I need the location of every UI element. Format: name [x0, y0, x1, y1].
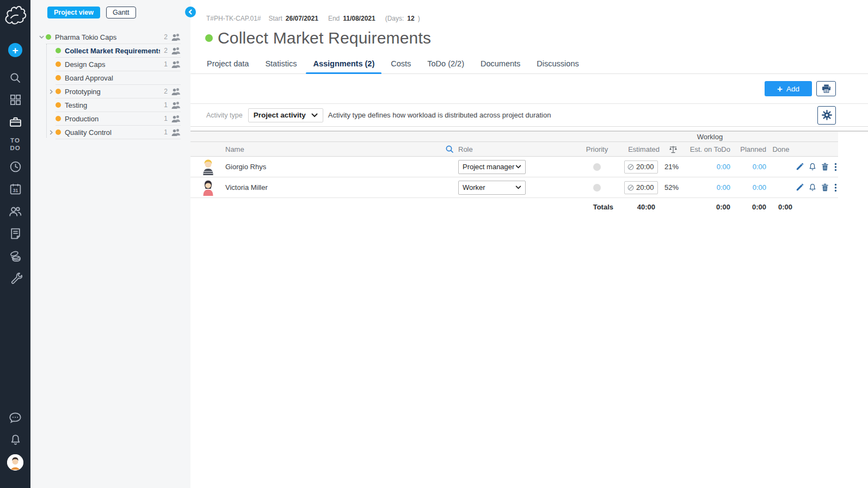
- activity-type-value: Project activity: [254, 111, 306, 119]
- people-count-icon: [171, 128, 181, 136]
- todo-nav-item[interactable]: TO DO: [0, 133, 30, 156]
- tab-statistics[interactable]: Statistics: [257, 54, 305, 73]
- task-status-dot: [205, 34, 213, 42]
- notification-bell-icon[interactable]: [809, 163, 816, 171]
- tab-todo[interactable]: ToDo (2/2): [419, 54, 472, 73]
- column-done: Done: [766, 145, 796, 153]
- tree-item-testing[interactable]: Testing 1: [30, 98, 190, 112]
- plus-icon: +: [777, 84, 783, 94]
- delete-trash-icon[interactable]: [821, 183, 829, 192]
- tab-documents[interactable]: Documents: [472, 54, 528, 73]
- chevron-down-icon: [311, 113, 318, 118]
- column-priority: Priority: [570, 145, 624, 153]
- priority-indicator[interactable]: [593, 163, 601, 171]
- collapse-tree-button[interactable]: [185, 7, 196, 17]
- estimated-input[interactable]: 20:00: [624, 181, 658, 194]
- planned-link[interactable]: 0:00: [753, 183, 766, 192]
- table-header-row: Name Role Priority Estimated Est: [190, 142, 838, 157]
- costs-coins-icon[interactable]: [0, 245, 30, 267]
- avatar: [190, 179, 225, 196]
- notifications-bell-icon[interactable]: [0, 429, 30, 451]
- add-button-label: Add: [786, 85, 799, 93]
- profile-avatar[interactable]: [7, 454, 23, 471]
- tree-item-design-caps[interactable]: Design Caps 1: [30, 58, 190, 71]
- chevron-down-icon[interactable]: [37, 33, 46, 42]
- table-totals-row: Totals 40:00 0:00 0:00 0:00: [190, 198, 838, 215]
- projects-briefcase-icon[interactable]: [0, 111, 30, 133]
- twproject-logo-icon[interactable]: [3, 3, 28, 28]
- estimated-value: 20:00: [636, 183, 654, 192]
- tab-assignments[interactable]: Assignments (2): [305, 54, 383, 73]
- search-icon[interactable]: [445, 145, 454, 153]
- task-detail-panel: T#PH-TK-CAP.01# Start 26/07/2021 End 11/…: [190, 0, 868, 488]
- role-select[interactable]: Worker: [458, 181, 526, 195]
- status-dot: [56, 129, 61, 135]
- tree-item-label: Testing: [65, 101, 160, 109]
- planned-link[interactable]: 0:00: [753, 163, 766, 171]
- workload-percent: 52%: [660, 183, 687, 192]
- totals-planned: 0:00: [730, 203, 766, 211]
- dashboard-icon[interactable]: [0, 89, 30, 111]
- column-est-on-todo: Est. on ToDo: [687, 145, 730, 153]
- column-planned: Planned: [730, 145, 766, 153]
- estimated-input[interactable]: 20:00: [624, 160, 658, 174]
- more-options-icon[interactable]: [834, 163, 837, 171]
- edit-pencil-icon[interactable]: [796, 183, 804, 192]
- est-on-todo-link[interactable]: 0:00: [717, 183, 730, 192]
- table-settings-button[interactable]: [817, 106, 836, 125]
- assignee-count: 1: [164, 115, 168, 122]
- status-dot: [56, 48, 61, 53]
- chevron-down-icon: [515, 165, 521, 169]
- status-dot: [56, 89, 61, 94]
- calendar-icon[interactable]: 31: [0, 178, 30, 200]
- chevron-right-icon[interactable]: [47, 88, 56, 96]
- tree-item-board-approval[interactable]: Board Approval: [30, 71, 190, 85]
- project-tree: Pharma Tokio Caps 2 Collect Market Requi…: [30, 30, 190, 139]
- notes-document-icon[interactable]: [0, 223, 30, 245]
- assignment-row: Giorgio Rhys Project manager 20:00 21% 0…: [190, 157, 838, 177]
- priority-indicator[interactable]: [593, 184, 601, 192]
- role-select[interactable]: Project manager: [458, 160, 526, 174]
- tree-item-label: Board Approval: [65, 74, 181, 82]
- notification-bell-icon[interactable]: [809, 183, 816, 192]
- tab-costs[interactable]: Costs: [383, 54, 419, 73]
- tab-project-data[interactable]: Project data: [199, 54, 257, 73]
- add-assignment-button[interactable]: + Add: [765, 81, 812, 96]
- people-count-icon: [171, 60, 181, 68]
- gantt-button[interactable]: Gantt: [106, 7, 136, 18]
- tree-item-collect-market-requirements[interactable]: Collect Market Requirements 2: [30, 44, 190, 58]
- more-options-icon[interactable]: [834, 183, 837, 192]
- totals-estimated: 40:00: [624, 203, 660, 211]
- end-label: End: [328, 15, 340, 22]
- activity-type-select[interactable]: Project activity: [248, 108, 323, 122]
- tree-item-production[interactable]: Production 1: [30, 112, 190, 126]
- totals-label: Totals: [570, 203, 624, 211]
- est-on-todo-link[interactable]: 0:00: [717, 163, 730, 171]
- clock-icon: [627, 164, 634, 170]
- edit-pencil-icon[interactable]: [796, 163, 804, 171]
- tree-item-quality-control[interactable]: Quality Control 1: [30, 126, 190, 139]
- tree-item-pharma-tokio-caps[interactable]: Pharma Tokio Caps 2: [30, 30, 190, 44]
- delete-trash-icon[interactable]: [821, 163, 829, 171]
- chevron-right-icon[interactable]: [47, 128, 56, 137]
- app-sidebar: + TO DO: [0, 0, 30, 488]
- task-tabs: Project data Statistics Assignments (2) …: [190, 54, 868, 74]
- calendar-day-number: 31: [13, 188, 18, 193]
- assignments-table: Worklog Name Role Priority Estimated: [190, 131, 868, 215]
- tools-wrench-icon[interactable]: [0, 267, 30, 289]
- chat-icon[interactable]: [0, 406, 30, 429]
- status-dot: [56, 102, 61, 108]
- task-title-row: Collect Market Requirements: [190, 29, 868, 47]
- resources-people-icon[interactable]: [0, 200, 30, 223]
- search-icon[interactable]: [0, 66, 30, 89]
- days-prefix: (Days:: [385, 15, 404, 22]
- worklog-clock-icon[interactable]: [0, 156, 30, 178]
- status-dot: [56, 61, 61, 67]
- print-button[interactable]: [816, 81, 836, 96]
- project-view-button[interactable]: Project view: [47, 7, 100, 18]
- add-global-button[interactable]: +: [8, 43, 22, 57]
- tree-item-prototyping[interactable]: Prototyping 2: [30, 85, 190, 98]
- activity-type-row: Activity type Project activity Activity …: [190, 104, 868, 127]
- tab-discussions[interactable]: Discussions: [528, 54, 587, 73]
- tree-item-label: Production: [65, 115, 160, 123]
